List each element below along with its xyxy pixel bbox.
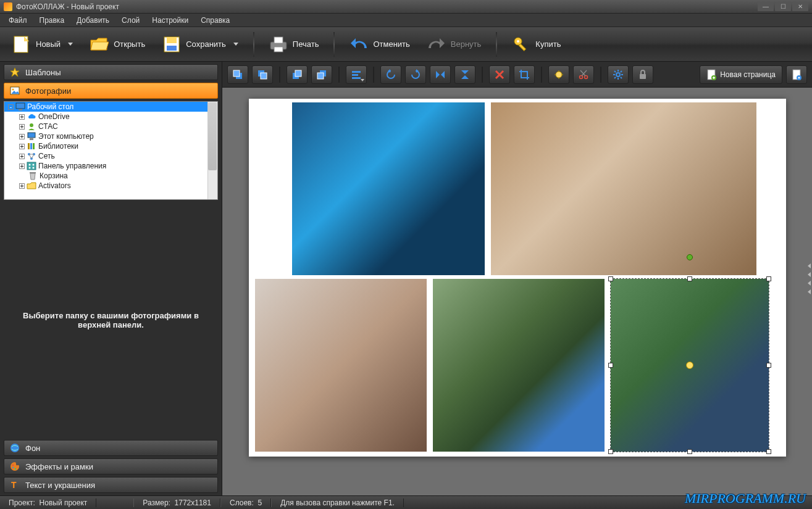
printer-icon [269, 35, 288, 54]
redo-button[interactable]: Вернуть [421, 33, 488, 56]
menu-settings[interactable]: Настройки [147, 15, 193, 26]
rotate-right-button[interactable] [405, 65, 426, 84]
iconbar-separator [279, 67, 280, 83]
canvas-area[interactable] [222, 88, 812, 495]
new-page-label: Новая страница [720, 70, 776, 79]
iconbar-separator [373, 67, 374, 83]
new-button[interactable]: Новый [6, 33, 79, 56]
bring-forward-button[interactable] [252, 65, 273, 84]
svg-point-17 [30, 123, 33, 127]
flip-horizontal-button[interactable] [430, 65, 451, 84]
expand-icon[interactable]: + [19, 154, 25, 159]
status-size: Размер: 1772x1181 [133, 499, 220, 507]
svg-rect-22 [33, 143, 35, 149]
svg-point-32 [10, 444, 19, 452]
svg-rect-38 [233, 70, 240, 77]
photo-2[interactable] [491, 102, 756, 275]
redo-icon [427, 35, 446, 54]
sidebar: Шаблоны Фотографии -Рабочий стол+OneDriv… [0, 62, 222, 495]
photo-3[interactable] [255, 279, 427, 452]
send-backward-button[interactable] [287, 65, 308, 84]
new-file-icon [12, 35, 31, 54]
rotate-left-button[interactable] [380, 65, 401, 84]
menu-layer[interactable]: Слой [117, 15, 144, 26]
svg-marker-11 [10, 68, 19, 77]
menu-help[interactable]: Справка [196, 15, 235, 26]
tree-node-label: Рабочий стол [27, 102, 73, 111]
tree-node[interactable]: +OneDrive [4, 112, 217, 122]
svg-rect-58 [640, 74, 646, 79]
tree-node[interactable]: +Панель управления [4, 161, 217, 171]
tree-node[interactable]: +Этот компьютер [4, 131, 217, 141]
flip-vertical-button[interactable] [454, 65, 475, 84]
minimize-button[interactable]: — [758, 2, 774, 11]
svg-marker-50 [436, 71, 440, 78]
photo-4[interactable] [433, 279, 605, 452]
menu-add[interactable]: Добавить [72, 15, 114, 26]
svg-marker-52 [461, 70, 469, 74]
print-button[interactable]: Печать [263, 33, 325, 56]
undo-button[interactable]: Отменить [343, 33, 416, 56]
expand-icon[interactable]: + [19, 183, 25, 189]
tree-node[interactable]: Корзина [4, 171, 217, 181]
sidebar-tab-effects[interactable]: Эффекты и рамки [4, 458, 218, 474]
expand-icon[interactable]: + [19, 124, 25, 130]
delete-button[interactable] [489, 65, 510, 84]
menu-file[interactable]: Файл [4, 15, 32, 26]
sidebar-tab-templates[interactable]: Шаблоны [4, 64, 218, 80]
buy-label: Купить [535, 39, 561, 49]
svg-rect-19 [30, 138, 33, 140]
collage-page[interactable] [249, 99, 786, 457]
folder-tree[interactable]: -Рабочий стол+OneDrive+СТАС+Этот компьют… [4, 101, 218, 200]
expand-icon[interactable]: - [8, 104, 14, 110]
cut-button[interactable] [573, 65, 594, 84]
expand-icon[interactable]: + [19, 144, 25, 149]
background-label: Фон [25, 444, 40, 453]
tree-node[interactable]: +Сеть [4, 151, 217, 161]
toolbar-separator [253, 32, 254, 57]
buy-button[interactable]: Купить [506, 33, 567, 56]
svg-text:T: T [11, 480, 17, 490]
close-button[interactable]: ✕ [792, 2, 808, 11]
sidebar-tab-background[interactable]: Фон [4, 440, 218, 456]
svg-rect-31 [30, 172, 36, 173]
magic-select-button[interactable] [548, 65, 569, 84]
send-back-button[interactable] [311, 65, 332, 84]
tree-node[interactable]: +Библиотеки [4, 141, 217, 151]
lock-button[interactable] [632, 65, 653, 84]
align-button[interactable] [346, 65, 367, 84]
cloud-icon [27, 112, 36, 121]
maximize-button[interactable]: ☐ [775, 2, 791, 11]
open-button[interactable]: Открыть [84, 33, 151, 56]
menu-edit[interactable]: Правка [35, 15, 70, 26]
tree-node[interactable]: +СТАС [4, 122, 217, 131]
svg-point-30 [33, 167, 35, 169]
text-label: Текст и украшения [25, 481, 95, 490]
toolbar-separator [496, 32, 497, 57]
sidebar-tab-text[interactable]: T Текст и украшения [4, 477, 218, 493]
bring-front-button[interactable] [227, 65, 248, 84]
user-icon [27, 122, 36, 131]
statusbar: Проект: Новый проект Размер: 1772x1181 С… [0, 495, 812, 509]
page-plus-icon [706, 69, 716, 80]
star-icon [9, 67, 20, 78]
tree-node[interactable]: -Рабочий стол [4, 102, 217, 112]
expand-icon[interactable]: + [19, 134, 25, 139]
tree-scrollbar[interactable] [207, 102, 217, 199]
save-button[interactable]: Сохранить [156, 33, 245, 56]
new-page-button[interactable]: Новая страница [700, 65, 782, 84]
expand-icon[interactable]: + [19, 163, 25, 169]
tree-node[interactable]: +Activators [4, 181, 217, 191]
svg-rect-46 [352, 74, 358, 76]
page-settings-button[interactable] [786, 65, 807, 84]
expand-icon[interactable]: + [19, 114, 25, 120]
iconbar-separator [338, 67, 340, 83]
photo-5-selected[interactable] [611, 279, 769, 452]
rotation-handle[interactable] [687, 254, 693, 260]
svg-point-9 [517, 40, 519, 43]
settings-button[interactable] [608, 65, 629, 84]
sidebar-tab-photos[interactable]: Фотографии [4, 83, 218, 99]
crop-button[interactable] [514, 65, 535, 84]
pivot-point[interactable] [686, 362, 693, 369]
photo-1[interactable] [292, 102, 485, 275]
